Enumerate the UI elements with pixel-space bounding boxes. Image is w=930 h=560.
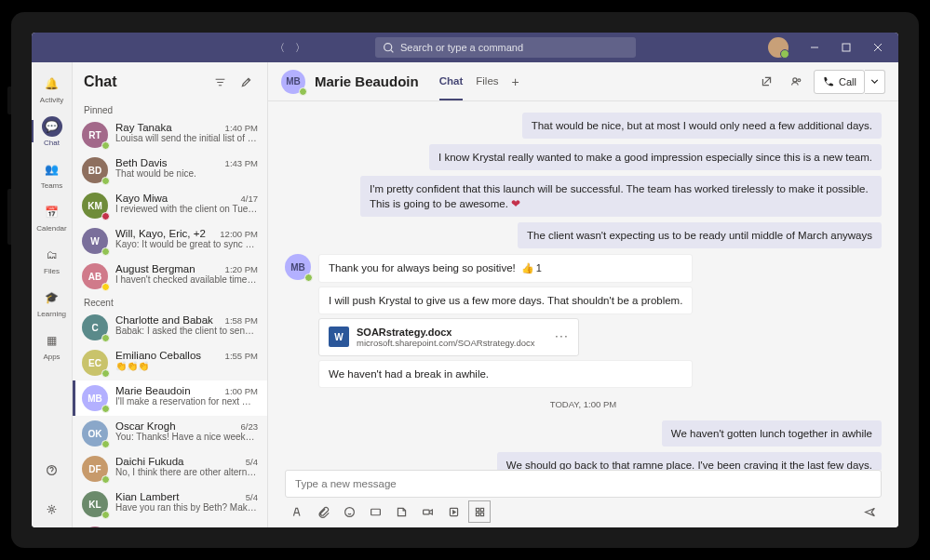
current-user-avatar[interactable] [768, 37, 788, 58]
apps-icon [474, 506, 486, 518]
chat-item-time: 1:58 PM [225, 315, 258, 326]
chat-list-item[interactable]: TD Team Design Template5/… Reta: Let's s… [73, 522, 267, 527]
popout-icon [761, 75, 773, 87]
search-placeholder: Search or type a command [400, 42, 523, 53]
rail-item-calendar[interactable]: 📅Calendar [32, 196, 73, 237]
chat-item-time: 5/4 [246, 492, 258, 502]
chat-item-preview: Babak: I asked the client to send her fe… [115, 326, 258, 336]
chat-list-item[interactable]: MB Marie Beaudoin1:00 PM I'll make a res… [73, 380, 267, 416]
search-input[interactable]: Search or type a command [375, 37, 636, 58]
message-bubble[interactable]: We haven't had a break in awhile. [318, 360, 693, 388]
help-button[interactable] [32, 451, 73, 488]
svg-rect-10 [476, 508, 478, 511]
chat-list-title: Chat [84, 73, 204, 90]
chat-list-item[interactable]: EC Emiliano Ceballos1:55 PM 👏👏👏 [73, 345, 267, 380]
format-button[interactable] [289, 503, 305, 520]
send-button[interactable] [861, 503, 878, 520]
maximize-button[interactable] [831, 36, 861, 59]
chat-item-preview: I'll make a reservation for next week [115, 396, 258, 407]
send-icon [864, 506, 876, 518]
search-icon [383, 42, 395, 54]
chat-list-item[interactable]: RT Ray Tanaka1:40 PM Louisa will send th… [73, 117, 267, 153]
rail-label: Activity [40, 96, 63, 104]
message-bubble[interactable]: The client wasn't expecting us to be rea… [518, 222, 882, 248]
call-button[interactable]: Call [814, 70, 865, 94]
conversation-tabs: Chat Files + [439, 62, 519, 100]
meet-button[interactable] [419, 503, 436, 520]
chat-item-preview: Kayo: It would be great to sync with… [115, 239, 258, 249]
nav-forward-button[interactable]: 〉 [290, 38, 309, 57]
filter-button[interactable] [209, 72, 230, 92]
extensions-button[interactable] [471, 503, 488, 520]
rail-item-files[interactable]: 🗂Files [32, 239, 73, 280]
minimize-button[interactable] [800, 36, 829, 59]
message-bubble[interactable]: That would be nice, but at most I would … [522, 113, 882, 139]
svg-rect-1 [842, 44, 850, 51]
rail-item-learning[interactable]: 🎓Learning [32, 282, 73, 323]
new-chat-button[interactable] [236, 72, 256, 92]
settings-button[interactable] [32, 490, 73, 527]
conversation-pane: MB Marie Beaudoin Chat Files + [268, 62, 898, 527]
chat-item-preview: You: Thanks! Have a nice weekend [115, 432, 258, 442]
close-button[interactable] [863, 36, 893, 59]
chat-item-body: Emiliano Ceballos1:55 PM 👏👏👏 [115, 350, 258, 371]
rail-item-apps[interactable]: ▦Apps [32, 325, 73, 366]
message-composer[interactable] [285, 470, 882, 498]
chat-list-item[interactable]: DF Daichi Fukuda5/4 No, I think there ar… [73, 451, 267, 487]
file-more-button[interactable]: ‧‧‧ [555, 330, 569, 343]
conversation-avatar: MB [281, 70, 305, 94]
rail-item-activity[interactable]: 🔔Activity [32, 68, 73, 109]
chat-list-item[interactable]: W Will, Kayo, Eric, +212:00 PM Kayo: It … [73, 223, 267, 259]
message-out: The client wasn't expecting us to be rea… [285, 222, 882, 248]
chat-item-name: Charlotte and Babak [115, 314, 222, 326]
chat-item-body: August Bergman1:20 PM I haven't checked … [115, 263, 258, 285]
gif-button[interactable] [367, 503, 384, 520]
svg-rect-11 [480, 508, 483, 511]
rail-item-teams[interactable]: 👥Teams [32, 153, 73, 194]
reaction-thumbsup[interactable]: 👍 1 [521, 261, 542, 275]
message-bubble[interactable]: Thank you for always being so positive!👍… [318, 254, 693, 282]
rail-label: Learning [37, 310, 66, 318]
chat-list-item[interactable]: OK Oscar Krogh6/23 You: Thanks! Have a n… [73, 416, 267, 451]
svg-rect-13 [480, 513, 483, 515]
chat-item-body: Oscar Krogh6/23 You: Thanks! Have a nice… [115, 420, 258, 442]
chat-list-item[interactable]: KL Kian Lambert5/4 Have you ran this by … [73, 487, 267, 522]
sticker-button[interactable] [393, 503, 410, 520]
attach-button[interactable] [315, 503, 331, 520]
chat-list-item[interactable]: BD Beth Davis1:43 PM That would be nice. [73, 153, 267, 188]
chat-list-item[interactable]: C Charlotte and Babak1:58 PM Babak: I as… [73, 310, 267, 345]
chevron-down-icon [869, 75, 881, 87]
chat-item-time: 1:20 PM [225, 264, 258, 274]
file-attachment[interactable]: W SOARstrategy.docx microsoft.sharepoint… [318, 318, 579, 356]
call-dropdown-button[interactable] [865, 70, 885, 94]
message-bubble[interactable]: We should go back to that ramne place. I… [497, 452, 882, 470]
nav-back-button[interactable]: 〈 [270, 38, 289, 57]
heart-icon: ❤ [511, 198, 520, 209]
rail-label: Chat [44, 139, 60, 147]
chat-list-scroll[interactable]: Pinned RT Ray Tanaka1:40 PM Louisa will … [73, 101, 267, 527]
more-button[interactable] [445, 503, 462, 520]
message-list[interactable]: That would be nice, but at most I would … [268, 101, 898, 470]
chat-item-time: 1:00 PM [225, 386, 258, 396]
tab-chat[interactable]: Chat [439, 62, 464, 100]
conversation-header: MB Marie Beaudoin Chat Files + [268, 62, 898, 101]
gif-icon [370, 506, 382, 518]
emoji-button[interactable] [341, 503, 357, 520]
chat-list-item[interactable]: AB August Bergman1:20 PM I haven't check… [73, 259, 267, 294]
chat-list-panel: Chat Pinned RT Ray Tanaka1:40 PM Louisa … [73, 62, 268, 527]
people-button[interactable] [784, 70, 808, 94]
message-bubble[interactable]: I will push Krystal to give us a few mor… [318, 287, 693, 314]
chat-list-item[interactable]: KM Kayo Miwa4/17 I reviewed with the cli… [73, 188, 267, 223]
message-input[interactable] [295, 478, 871, 489]
popout-button[interactable] [754, 70, 778, 94]
chat-item-body: Daichi Fukuda5/4 No, I think there are o… [115, 456, 258, 477]
message-bubble[interactable]: I know Krystal really wanted to make a g… [429, 144, 882, 170]
chat-item-preview: Have you ran this by Beth? Make sure she… [115, 502, 258, 513]
add-tab-button[interactable]: + [512, 74, 519, 89]
rail-item-chat[interactable]: 💬Chat [32, 111, 73, 152]
message-bubble[interactable]: We haven't gotten lunch together in awhi… [662, 420, 882, 447]
chat-item-name: Emiliano Ceballos [115, 350, 222, 361]
message-bubble[interactable]: I'm pretty confident that this launch wi… [360, 176, 882, 217]
chat-item-name: Beth Davis [115, 157, 222, 168]
tab-files[interactable]: Files [476, 62, 498, 100]
